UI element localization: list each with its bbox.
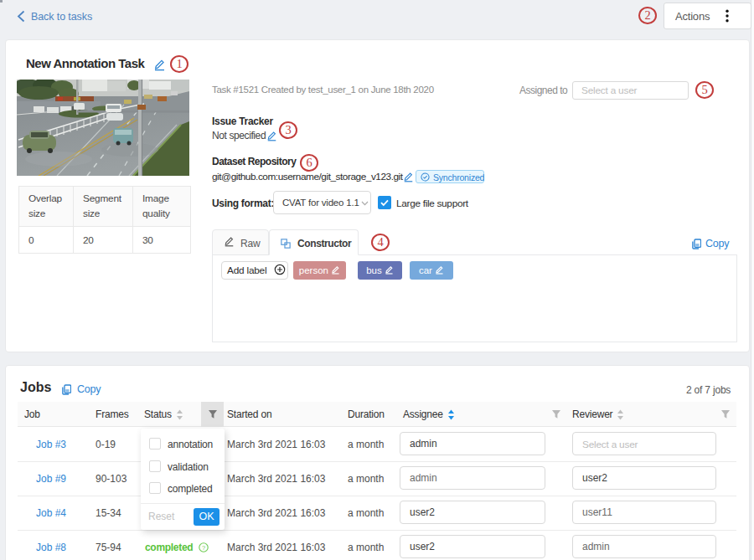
svg-text:?: ? — [202, 544, 205, 552]
